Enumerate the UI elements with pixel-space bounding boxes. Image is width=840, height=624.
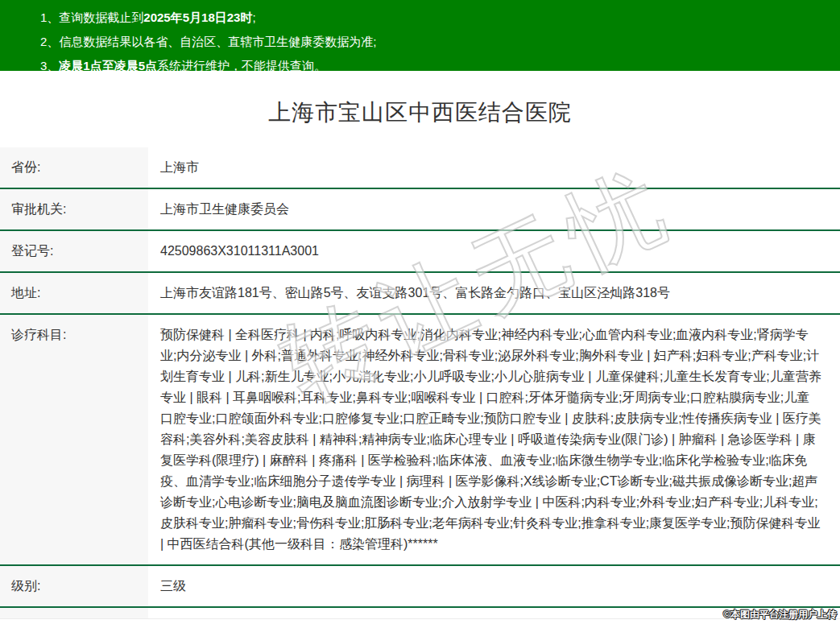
table-row-stub [0, 608, 840, 619]
notice-text: 3、 [40, 59, 59, 72]
notice-bold-text: 2025年5月18日23时 [143, 10, 252, 24]
hospital-info-table: 省份: 上海市 审批机关: 上海市卫生健康委员会 登记号: 42509863X3… [0, 147, 840, 619]
row-value-registration-number: 42509863X31011311A3001 [148, 231, 840, 271]
table-row-province: 省份: 上海市 [0, 147, 840, 189]
table-row-level: 级别: 三级 [0, 566, 840, 608]
notice-bold-text: 凌晨1点至凌晨5点 [59, 59, 157, 72]
row-label-medical-subjects: 诊疗科目: [0, 315, 148, 564]
row-value-province: 上海市 [148, 147, 840, 188]
stub-label-cell [0, 608, 148, 618]
notice-text: 2、信息数据结果以各省、自治区、直辖市卫生健康委数据为准; [40, 35, 377, 48]
hospital-name-title: 上海市宝山区中西医结合医院 [0, 97, 840, 128]
upload-attribution-note: ©本图由平台注册用户上传 [723, 608, 837, 622]
table-row-address: 地址: 上海市友谊路181号、密山路5号、友谊支路301号、富长路金勺路口、宝山… [0, 273, 840, 315]
row-label-province: 省份: [0, 147, 148, 188]
row-label-approval-authority: 审批机关: [0, 189, 148, 229]
notice-text: ; [252, 10, 255, 24]
table-row-registration-number: 登记号: 42509863X31011311A3001 [0, 231, 840, 273]
row-label-address: 地址: [0, 273, 148, 313]
row-value-address: 上海市友谊路181号、密山路5号、友谊支路301号、富长路金勺路口、宝山区泾灿路… [148, 273, 840, 313]
notice-text: 系统进行维护，不能提供查询。 [157, 59, 326, 72]
row-label-level: 级别: [0, 566, 148, 606]
notice-line-1: 1、查询数据截止到2025年5月18日23时; [40, 6, 824, 30]
notice-line-2: 2、信息数据结果以各省、自治区、直辖市卫生健康委数据为准; [40, 30, 824, 54]
row-value-medical-subjects: 预防保健科 | 全科医疗科 | 内科;呼吸内科专业;消化内科专业;神经内科专业;… [148, 315, 840, 564]
row-label-registration-number: 登记号: [0, 231, 148, 271]
notice-text: 1、查询数据截止到 [40, 10, 143, 24]
table-row-approval-authority: 审批机关: 上海市卫生健康委员会 [0, 189, 840, 231]
notice-banner: 1、查询数据截止到2025年5月18日23时; 2、信息数据结果以各省、自治区、… [0, 0, 840, 71]
table-row-medical-subjects: 诊疗科目: 预防保健科 | 全科医疗科 | 内科;呼吸内科专业;消化内科专业;神… [0, 315, 840, 566]
row-value-approval-authority: 上海市卫生健康委员会 [148, 189, 840, 229]
notice-line-3: 3、凌晨1点至凌晨5点系统进行维护，不能提供查询。 [40, 54, 824, 78]
row-value-level: 三级 [148, 566, 840, 606]
